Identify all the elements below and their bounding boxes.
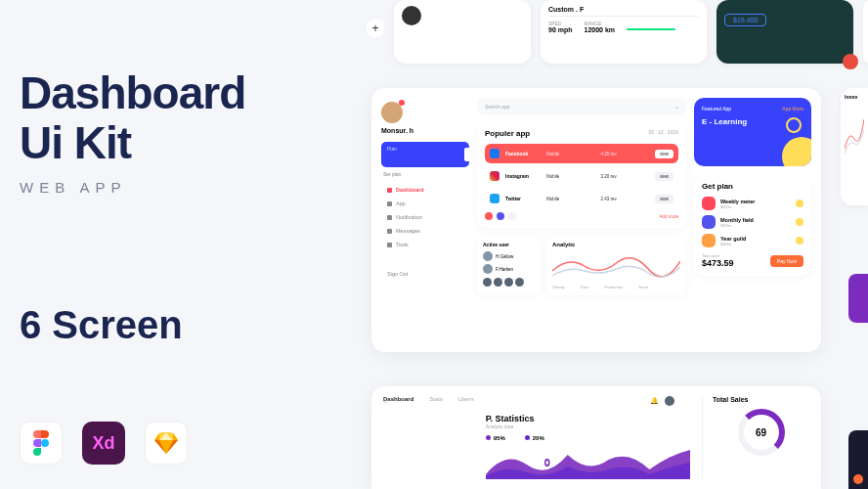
user-row[interactable]: H.Gallow — [483, 251, 535, 261]
plan-row[interactable]: Monthly field$40/m — [702, 215, 803, 229]
app-meta: Mobile — [546, 197, 595, 201]
sketch-icon — [145, 422, 188, 465]
plan-row[interactable]: Weekly meter$60/m — [702, 197, 803, 210]
nav-users[interactable]: Users — [458, 396, 474, 471]
donut-chart: 69 — [738, 409, 785, 456]
analytic-card: Analytic Steady Time Production Team — [546, 236, 686, 295]
plan-badge[interactable]: Plan — [381, 142, 469, 167]
mini-card-user — [394, 0, 531, 64]
hero-title-1: Dashboard — [20, 68, 342, 118]
statistics-chart — [486, 445, 690, 479]
plan-row[interactable]: Year guild$30/m — [702, 234, 803, 247]
app-row-instagram[interactable]: Instagram Mobile 3.20 rev view — [485, 166, 678, 186]
plan-badge — [796, 200, 803, 207]
hero-subtitle: WEB APP — [20, 179, 342, 196]
total-price: $473.59 — [702, 258, 734, 268]
featured-label: Featured App — [702, 106, 731, 111]
nav-notification[interactable]: Notification — [381, 210, 469, 224]
price-badge: $19.400 — [724, 14, 766, 26]
custom-title: Custom . F — [548, 6, 699, 13]
app-name: Twitter — [505, 196, 541, 201]
nav-list: Dashboard App Notification Messages Tool… — [381, 183, 469, 251]
nav-tools[interactable]: Tools — [381, 238, 469, 251]
app-row-facebook[interactable]: Facebook Mobile 4.20 rev view — [485, 144, 678, 163]
nav-dashboard[interactable]: Dashboard — [383, 396, 413, 471]
nav-stats[interactable]: Stats — [429, 396, 443, 471]
chart-label: Production — [604, 285, 623, 289]
popular-title: Populer app — [485, 129, 530, 138]
xd-icon: Xd — [82, 422, 125, 465]
featured-more[interactable]: App More — [782, 106, 803, 111]
plan-badge — [796, 218, 803, 226]
search-placeholder: Search app — [485, 104, 510, 110]
getplan-title: Get plan — [702, 182, 803, 191]
red-indicator — [843, 54, 858, 69]
top-right-icons: 🔔 — [650, 396, 674, 406]
avatar[interactable] — [665, 396, 674, 406]
progress-bar — [627, 28, 675, 30]
hero-title-2: Ui Kit — [20, 118, 342, 168]
bell-icon[interactable]: 🔔 — [650, 397, 659, 405]
instagram-icon — [490, 171, 499, 181]
tool-icons-row: Xd — [20, 422, 188, 465]
featured-app-card[interactable]: Featured App App More E - Learning — [694, 98, 811, 166]
chart-label: Time — [580, 285, 588, 289]
add-button[interactable]: + — [367, 20, 384, 37]
view-button[interactable]: view — [655, 150, 673, 158]
screen-count: 6 Screen — [20, 303, 183, 347]
pager[interactable] — [485, 212, 516, 220]
username: Monsur. h — [381, 127, 469, 134]
sidebar: Monsur. h Plan Set plan Dashboard App No… — [381, 98, 469, 342]
facebook-icon — [490, 149, 499, 158]
search-icon: ⌕ — [675, 104, 678, 110]
decoration — [782, 137, 811, 166]
app-meta: 3.20 rev — [601, 174, 650, 179]
pct-1: 95% — [486, 435, 505, 441]
add-more-link[interactable]: Add more — [659, 214, 678, 219]
plan-icon — [702, 215, 716, 229]
bottom-dashboard: ⌕ Dashboard Stats Users 🔔 P. Statistics … — [371, 386, 821, 489]
view-button[interactable]: view — [655, 172, 673, 181]
top-preview-row: + Custom . F SPED90 mph RANGE12000 km $1… — [367, 0, 868, 64]
avatar — [402, 6, 421, 25]
bottom-right-edge — [848, 430, 868, 489]
popular-date: 05 . 12 . 2019 — [648, 129, 678, 138]
user-avatar[interactable] — [381, 102, 403, 123]
figma-icon — [20, 422, 63, 465]
app-name: Instagram — [505, 173, 541, 179]
active-user-title: Active user — [483, 242, 535, 247]
right-edge-card: Innov — [841, 88, 868, 205]
user-row[interactable]: F.Harken — [483, 264, 535, 274]
pstat-sub: Analytic data — [486, 423, 690, 429]
pay-now-button[interactable]: Pay Now — [770, 255, 803, 267]
app-meta: Mobile — [546, 152, 595, 156]
get-plan-card: Get plan Weekly meter$60/m Monthly field… — [694, 174, 811, 276]
signout-link[interactable]: Sign Out — [381, 271, 469, 277]
app-meta: Mobile — [546, 174, 595, 179]
search-icon[interactable]: ⌕ — [383, 396, 388, 405]
center-column: Search app ⌕ Populer app 05 . 12 . 2019 … — [477, 98, 686, 342]
bottom-nav: Dashboard Stats Users — [383, 396, 474, 471]
plan-badge — [796, 237, 803, 244]
svg-point-0 — [41, 439, 49, 447]
nav-app[interactable]: App — [381, 197, 469, 210]
app-row-twitter[interactable]: Twitter Mobile 2.43 rev view — [485, 189, 678, 208]
view-button[interactable]: view — [655, 195, 673, 203]
analytic-chart — [552, 251, 680, 281]
pct-2: 20% — [525, 435, 544, 441]
pstat-title: P. Statistics — [486, 414, 690, 423]
stat-value: 12000 km — [585, 26, 616, 33]
stat-value: 90 mph — [548, 26, 573, 33]
purple-edge-card — [848, 274, 868, 323]
nav-messages[interactable]: Messages — [381, 224, 469, 238]
mini-card-dark: $19.400 — [716, 0, 853, 64]
chart-label: Team — [638, 285, 648, 289]
search-bar[interactable]: Search app ⌕ — [477, 98, 686, 115]
popular-apps-card: Populer app 05 . 12 . 2019 Facebook Mobi… — [477, 121, 686, 228]
app-meta: 2.43 rev — [601, 197, 650, 201]
app-meta: 4.20 rev — [601, 152, 650, 156]
twitter-icon — [490, 194, 499, 203]
chart-label: Steady — [552, 285, 564, 289]
nav-dashboard[interactable]: Dashboard — [381, 183, 469, 197]
mini-card-custom: Custom . F SPED90 mph RANGE12000 km — [541, 0, 707, 64]
